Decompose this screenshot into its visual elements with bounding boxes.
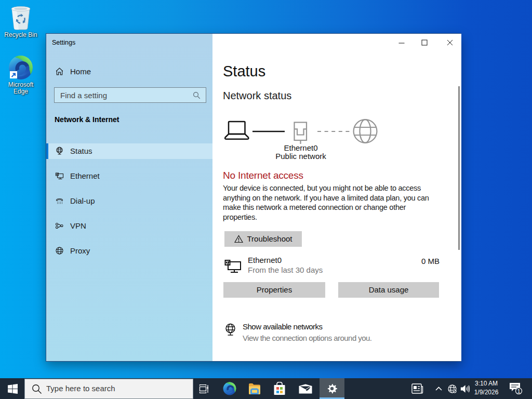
svg-text:Ethernet0: Ethernet0: [284, 143, 317, 152]
svg-text:1: 1: [517, 388, 520, 394]
svg-text:Public network: Public network: [275, 152, 326, 161]
